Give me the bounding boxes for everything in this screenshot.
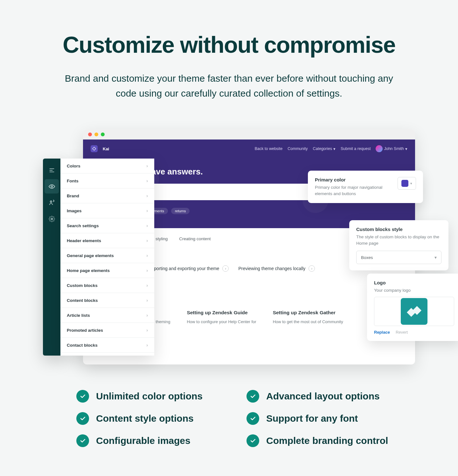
- chevron-right-icon: ›: [309, 265, 315, 272]
- chevron-right-icon: ›: [146, 238, 148, 243]
- settings-group-images[interactable]: Images›: [60, 203, 154, 218]
- chevron-right-icon: ›: [146, 343, 148, 348]
- nav-back-link[interactable]: Back to website: [255, 146, 283, 151]
- settings-group-articlelists[interactable]: Article lists›: [60, 308, 154, 323]
- brand-name: Kai: [103, 146, 109, 151]
- nav-submit-link[interactable]: Submit a request: [341, 146, 371, 151]
- settings-group-header[interactable]: Header elements›: [60, 233, 154, 248]
- info-column: Setting up Zendesk Guide How to configur…: [187, 310, 256, 324]
- rail-users-button[interactable]: [45, 195, 59, 210]
- article-link-label: Previewing theme changes locally: [238, 266, 305, 271]
- feature-label: Configurable images: [96, 435, 191, 446]
- feature-label: Content style options: [96, 413, 194, 424]
- svg-point-1: [50, 201, 52, 202]
- rail-preview-button[interactable]: [45, 179, 59, 194]
- avatar-icon: [376, 145, 383, 152]
- site-header: Kai Back to website Community Categories…: [83, 139, 415, 158]
- logo-preview: [374, 297, 454, 326]
- settings-label: Promoted articles: [67, 328, 103, 333]
- feature-item: Unlimited color options: [76, 390, 227, 403]
- custom-blocks-select[interactable]: Boxes ▾: [356, 251, 441, 264]
- nav-community-link[interactable]: Community: [288, 146, 308, 151]
- settings-group-contact[interactable]: Contact blocks›: [60, 338, 154, 353]
- chevron-right-icon: ›: [146, 178, 148, 183]
- settings-group-brand[interactable]: Brand›: [60, 188, 154, 203]
- settings-label: Custom blocks: [67, 283, 98, 288]
- crumb-item[interactable]: Creating content: [179, 236, 211, 241]
- article-link[interactable]: Previewing theme changes locally ›: [238, 265, 315, 272]
- chevron-down-icon: ▾: [434, 255, 437, 260]
- feature-label: Unlimited color options: [96, 391, 203, 402]
- settings-group-general[interactable]: General page elements›: [60, 248, 154, 263]
- settings-group-search[interactable]: Search settings›: [60, 218, 154, 233]
- browser-chrome: [83, 129, 415, 139]
- nav-categories-link[interactable]: Categories ▾: [313, 146, 336, 151]
- logo-card: Logo Your company logo Replace Revert: [367, 274, 458, 341]
- screenshot-stage: Kai Back to website Community Categories…: [43, 129, 415, 371]
- settings-group-colors[interactable]: Colors›: [60, 159, 154, 173]
- settings-label: Header elements: [67, 238, 101, 243]
- settings-label: Search settings: [67, 223, 99, 228]
- col-desc: How to get the most out of Community: [273, 319, 343, 324]
- chevron-right-icon: ›: [146, 163, 148, 168]
- traffic-min-icon[interactable]: [94, 133, 98, 136]
- settings-label: General page elements: [67, 253, 114, 258]
- page-subheadline: Brand and customize your theme faster th…: [56, 71, 402, 101]
- settings-group-promoted[interactable]: Promoted articles›: [60, 323, 154, 338]
- info-column: Setting up Zendesk Gather How to get the…: [273, 310, 343, 324]
- chevron-right-icon: ›: [146, 313, 148, 318]
- card-title: Primary color: [315, 177, 392, 182]
- settings-label: Home page elements: [67, 268, 110, 273]
- check-icon: [76, 412, 89, 425]
- svg-point-0: [51, 186, 52, 187]
- nav-categories-label: Categories: [313, 146, 332, 151]
- feature-label: Support for any font: [266, 413, 358, 424]
- chevron-down-icon: ▾: [405, 146, 407, 151]
- settings-group-customblocks[interactable]: Custom blocks›: [60, 278, 154, 293]
- replace-logo-button[interactable]: Replace: [374, 330, 390, 335]
- user-name: John Smith: [384, 146, 404, 151]
- feature-label: Advanced layout options: [266, 391, 380, 402]
- rail-menu-button[interactable]: [45, 163, 59, 177]
- traffic-max-icon[interactable]: [101, 133, 105, 136]
- check-icon: [246, 390, 259, 403]
- color-picker-button[interactable]: ▾: [398, 177, 416, 190]
- settings-panel: Colors› Fonts› Brand› Images› Search set…: [60, 159, 154, 356]
- settings-label: Article lists: [67, 313, 90, 318]
- settings-group-contentblocks[interactable]: Content blocks›: [60, 293, 154, 308]
- chevron-right-icon: ›: [146, 223, 148, 228]
- color-swatch-icon: [401, 180, 408, 187]
- feature-item: Support for any font: [246, 412, 398, 425]
- article-link[interactable]: Importing and exporting your theme ›: [149, 265, 229, 272]
- brand-logo-icon: [91, 145, 98, 152]
- traffic-close-icon[interactable]: [88, 133, 92, 136]
- chevron-right-icon: ›: [146, 283, 148, 288]
- select-value: Boxes: [361, 255, 373, 260]
- feature-label: Complete branding control: [266, 435, 388, 446]
- custom-blocks-card: Custom blocks style The style of custom …: [349, 220, 448, 270]
- page-headline: Customize without compromise: [0, 32, 458, 58]
- chevron-right-icon: ›: [146, 253, 148, 258]
- chevron-right-icon: ›: [146, 193, 148, 198]
- settings-label: Brand: [67, 194, 79, 198]
- logo-tile-icon: [401, 298, 427, 325]
- article-link-label: Importing and exporting your theme: [149, 266, 219, 271]
- nav-user-menu[interactable]: John Smith ▾: [376, 145, 407, 152]
- tag-item[interactable]: returns: [171, 208, 190, 214]
- settings-group-fonts[interactable]: Fonts›: [60, 173, 154, 188]
- feature-item: Advanced layout options: [246, 390, 398, 403]
- chevron-right-icon: ›: [222, 265, 229, 272]
- check-icon: [246, 412, 259, 425]
- settings-group-home[interactable]: Home page elements›: [60, 263, 154, 278]
- chevron-down-icon: ▾: [410, 181, 412, 186]
- feature-grid: Unlimited color options Advanced layout …: [60, 390, 398, 447]
- chevron-right-icon: ›: [146, 268, 148, 273]
- settings-label: Colors: [67, 164, 80, 168]
- card-desc: Primary color for major navigational ele…: [315, 184, 392, 197]
- revert-logo-button[interactable]: Revert: [396, 330, 408, 335]
- rail-settings-button[interactable]: [45, 212, 59, 226]
- svg-point-2: [51, 218, 52, 220]
- col-title: Setting up Zendesk Gather: [273, 310, 343, 316]
- chevron-right-icon: ›: [146, 298, 148, 303]
- chevron-right-icon: ›: [146, 208, 148, 213]
